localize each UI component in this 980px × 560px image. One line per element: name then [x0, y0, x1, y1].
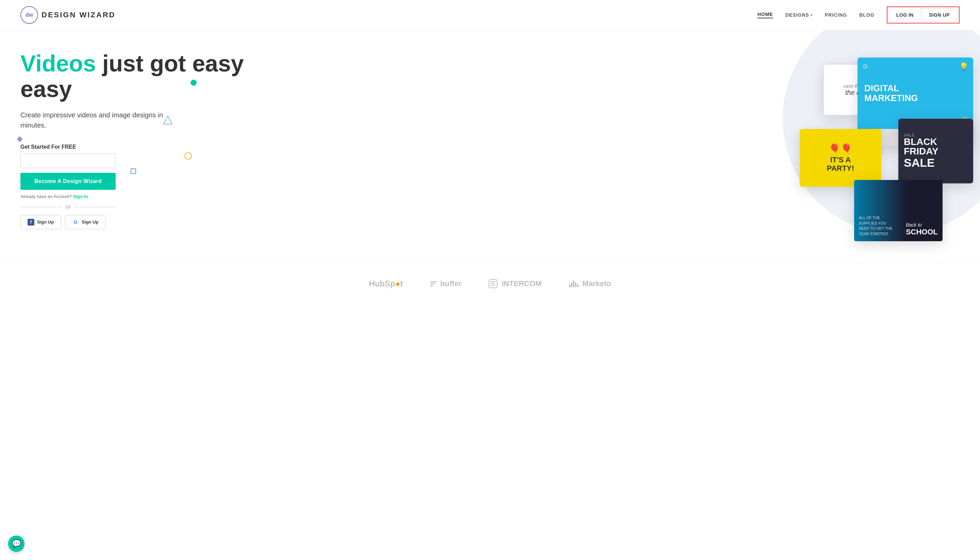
nav-designs[interactable]: DESIGNS ▾ [785, 12, 813, 18]
hero-subtext: Create impressive videos and image desig… [20, 110, 163, 130]
login-button[interactable]: LOG IN [889, 9, 921, 21]
headline-rest: just got easy [96, 50, 244, 76]
hero-right: save the date the date ⚙ DIGITAL MARKETI… [783, 30, 980, 262]
nav-pricing[interactable]: PRICING [825, 12, 847, 18]
nav-home[interactable]: HOME [757, 12, 773, 18]
or-line-right [74, 207, 116, 207]
gear-icon: ⚙ [862, 62, 868, 70]
balloons-icon: 🎈🎈 [828, 143, 852, 155]
google-signup-button[interactable]: G Sign Up [65, 215, 105, 229]
logo-name: DESIGN WIZARD [42, 10, 115, 19]
facebook-icon: f [28, 219, 34, 225]
party-card-inner: 🎈🎈 IT'S APARTY! [800, 129, 881, 187]
bts-title: Back to SCHOOL [906, 222, 938, 237]
intercom-icon [488, 279, 497, 288]
nav-blog[interactable]: BLOG [859, 12, 874, 18]
main-nav: HOME DESIGNS ▾ PRICING BLOG LOG IN SIGN … [757, 7, 960, 23]
facebook-signup-button[interactable]: f Sign Up [20, 215, 61, 229]
card-back-to-school: ALL OF THE SUPPLIES YOU NEED TO GET THE … [854, 180, 943, 241]
or-line-left [20, 207, 62, 207]
logo-area[interactable]: dw DESIGN WIZARD [20, 6, 115, 24]
party-title: IT'S APARTY! [827, 156, 854, 172]
logo-circle: dw [20, 6, 38, 24]
cards-container: save the date the date ⚙ DIGITAL MARKETI… [783, 51, 980, 241]
monitor-screen: ⚙ DIGITAL MARKETING 💡 🔑 [858, 57, 973, 129]
become-wizard-button[interactable]: Become A Design Wizard [20, 173, 116, 190]
hubspot-logo: HubSp●t [369, 279, 403, 288]
card-party: 🎈🎈 IT'S APARTY! [800, 129, 881, 187]
header: dw DESIGN WIZARD HOME DESIGNS ▾ PRICING … [0, 0, 980, 30]
bf-black-friday: BLACKFRIDAY [904, 137, 938, 156]
blackfriday-inner: SALE BLACKFRIDAY SALE [898, 119, 973, 183]
buffer-logo: buffer [430, 279, 462, 288]
bts-inner: ALL OF THE SUPPLIES YOU NEED TO GET THE … [854, 180, 943, 241]
brands-section: HubSp●t buffer INTERCOM Marketo [0, 262, 980, 302]
bts-text: ALL OF THE SUPPLIES YOU NEED TO GET THE … [859, 215, 893, 237]
hero-headline: Videos just got easyeasy [20, 51, 539, 102]
hero-left: Videos just got easyeasy Create impressi… [0, 30, 539, 262]
email-input[interactable] [20, 153, 116, 168]
or-text: Or [66, 205, 70, 210]
signin-link[interactable]: Sign-In [73, 194, 88, 199]
card-black-friday: SALE BLACKFRIDAY SALE [898, 119, 973, 183]
headline-videos: Videos [20, 50, 96, 76]
marketo-bars-icon [569, 280, 578, 287]
google-icon: G [72, 219, 79, 225]
bf-sale: SALE [904, 156, 935, 170]
hero-section: Videos just got easyeasy Create impressi… [0, 30, 980, 262]
digital-marketing-title: DIGITAL MARKETING [864, 83, 918, 103]
already-account-text: Already have an Account? Sign-In [20, 194, 539, 199]
marketo-logo: Marketo [569, 279, 611, 288]
intercom-logo: INTERCOM [488, 279, 542, 288]
auth-buttons: LOG IN SIGN UP [887, 7, 960, 23]
signup-button[interactable]: SIGN UP [921, 8, 958, 22]
bulb-icon: 💡 [959, 62, 968, 71]
buffer-icon [430, 282, 437, 287]
designs-chevron-icon: ▾ [810, 13, 813, 17]
social-buttons: f Sign Up G Sign Up [20, 215, 539, 229]
get-started-label: Get Started For FREE [20, 144, 539, 150]
or-divider: Or [20, 205, 116, 210]
